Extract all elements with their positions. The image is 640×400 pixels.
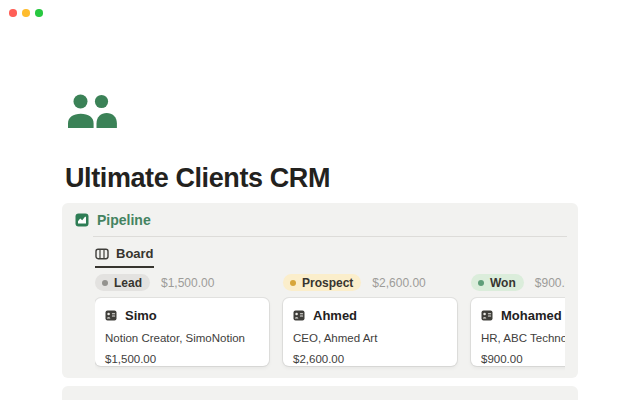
column-total: $900.00 [535, 276, 565, 290]
status-pill-won[interactable]: Won [471, 274, 524, 291]
contact-card-icon [105, 310, 117, 321]
people-icon[interactable] [66, 94, 118, 128]
page-title: Ultimate Clients CRM [65, 163, 330, 194]
card-title-row: Ahmed [293, 308, 447, 323]
pipeline-section: Pipeline Board Lead $1,500.00 [62, 203, 578, 378]
contact-card-icon [293, 310, 305, 321]
card-ahmed[interactable]: Ahmed CEO, Ahmed Art $2,600.00 [283, 298, 457, 366]
card-mohamed[interactable]: Mohamed HR, ABC Technology $900.00 [471, 298, 565, 366]
column-won: Won $900.00 Mohamed HR, ABC Technology [471, 274, 565, 371]
card-title-row: Simo [105, 308, 259, 323]
card-amount: $2,600.00 [293, 353, 447, 365]
tab-board-label: Board [116, 246, 154, 261]
zoom-button[interactable] [35, 9, 43, 17]
column-total: $1,500.00 [161, 276, 214, 290]
tab-board[interactable]: Board [95, 246, 154, 268]
status-label: Won [490, 276, 516, 290]
status-label: Lead [114, 276, 142, 290]
status-label: Prospect [302, 276, 353, 290]
status-pill-prospect[interactable]: Prospect [283, 274, 361, 291]
column-lead: Lead $1,500.00 Simo Notion Creator, Simo… [95, 274, 269, 371]
kanban-board: Lead $1,500.00 Simo Notion Creator, Simo… [95, 274, 565, 371]
card-name: Mohamed [501, 308, 562, 323]
window-controls [9, 9, 43, 17]
column-header-lead: Lead $1,500.00 [95, 274, 269, 291]
card-title-row: Mohamed [481, 308, 565, 323]
board-columns-icon [95, 247, 109, 261]
card-simo[interactable]: Simo Notion Creator, SimoNotion $1,500.0… [95, 298, 269, 366]
card-role: CEO, Ahmed Art [293, 332, 447, 344]
card-role: HR, ABC Technology [481, 332, 565, 344]
pipeline-header: Pipeline [75, 212, 151, 228]
minimize-button[interactable] [22, 9, 30, 17]
status-dot-icon [290, 280, 296, 286]
card-name: Ahmed [313, 308, 357, 323]
card-name: Simo [125, 308, 157, 323]
column-total: $2,600.00 [372, 276, 425, 290]
close-button[interactable] [9, 9, 17, 17]
section-divider [93, 236, 567, 237]
column-prospect: Prospect $2,600.00 Ahmed CEO, Ahmed Art [283, 274, 457, 371]
column-header-won: Won $900.00 [471, 274, 565, 291]
card-role: Notion Creator, SimoNotion [105, 332, 259, 344]
card-amount: $1,500.00 [105, 353, 259, 365]
contact-card-icon [481, 310, 493, 321]
status-pill-lead[interactable]: Lead [95, 274, 150, 291]
card-amount: $900.00 [481, 353, 565, 365]
status-dot-icon [102, 280, 108, 286]
status-dot-icon [478, 280, 484, 286]
pipeline-title: Pipeline [97, 212, 151, 228]
column-header-prospect: Prospect $2,600.00 [283, 274, 457, 291]
next-section-peek [62, 386, 578, 400]
chart-icon [75, 213, 89, 227]
